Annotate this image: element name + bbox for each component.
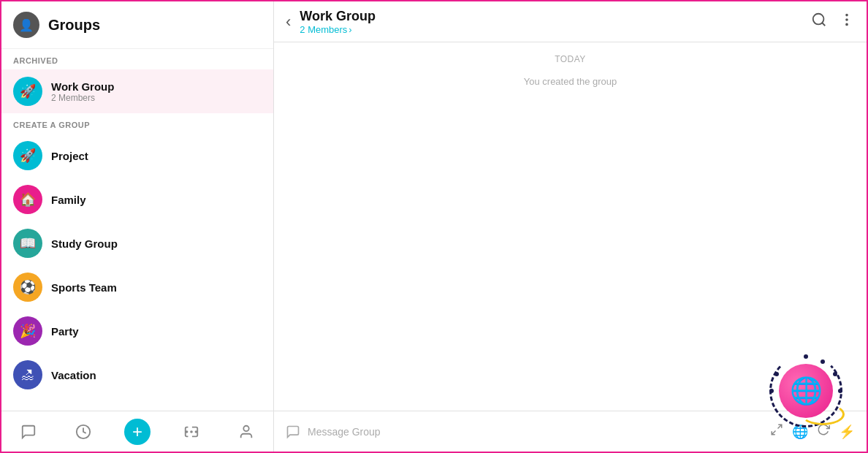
- svg-point-8: [846, 19, 848, 20]
- chat-header: ‹ Work Group 2 Members ›: [274, 1, 867, 42]
- group-avatar-study-group: 📖: [13, 229, 42, 258]
- svg-line-11: [772, 431, 775, 435]
- svg-line-10: [778, 425, 782, 428]
- sidebar: 👤 Groups ARCHIVED 🚀 Work Group 2 Members…: [1, 1, 274, 452]
- group-info-party: Party: [51, 325, 79, 338]
- group-item-sports-team[interactable]: ⚽ Sports Team: [1, 265, 273, 309]
- group-name-party: Party: [51, 325, 79, 338]
- sidebar-content: ARCHIVED 🚀 Work Group 2 Members CREATE A…: [1, 49, 273, 411]
- avatar: 👤: [13, 12, 39, 38]
- group-name-sports-team: Sports Team: [51, 281, 117, 294]
- group-item-work-group[interactable]: 🚀 Work Group 2 Members: [1, 69, 273, 113]
- menu-button[interactable]: [839, 12, 855, 31]
- chat-members-link[interactable]: 2 Members ›: [300, 24, 802, 35]
- sidebar-header: 👤 Groups: [1, 1, 273, 49]
- svg-point-7: [846, 15, 848, 16]
- message-icon: [286, 425, 300, 439]
- group-info-study-group: Study Group: [51, 237, 118, 250]
- chat-body: TODAY You created the group: [274, 42, 867, 411]
- header-actions: [811, 12, 855, 31]
- group-item-vacation[interactable]: 🏖 Vacation: [1, 353, 273, 397]
- svg-line-6: [822, 23, 825, 26]
- svg-point-3: [196, 431, 197, 433]
- clock-nav-icon[interactable]: [70, 419, 96, 445]
- group-item-family[interactable]: 🏠 Family: [1, 178, 273, 221]
- group-avatar-party: 🎉: [13, 316, 42, 346]
- group-info-project: Project: [51, 150, 88, 162]
- group-info-work-group: Work Group 2 Members: [51, 80, 114, 103]
- group-avatar-work-group: 🚀: [13, 77, 42, 106]
- chat-nav-icon[interactable]: [15, 419, 42, 445]
- archived-section-label: ARCHIVED: [1, 49, 273, 69]
- group-info-vacation: Vacation: [51, 369, 96, 381]
- chat-header-info: Work Group 2 Members ›: [300, 9, 802, 35]
- lightning-icon[interactable]: ⚡: [839, 424, 855, 440]
- group-info-sports-team: Sports Team: [51, 281, 117, 294]
- group-avatar-sports-team: ⚽: [13, 273, 42, 302]
- refresh-icon[interactable]: [817, 423, 830, 440]
- svg-point-5: [813, 14, 824, 25]
- bottom-nav: +: [1, 411, 273, 452]
- sidebar-title: Groups: [48, 17, 100, 34]
- svg-point-9: [846, 24, 848, 26]
- group-avatar-family: 🏠: [13, 185, 42, 214]
- group-sub-work-group: 2 Members: [51, 93, 114, 103]
- group-name-vacation: Vacation: [51, 369, 96, 381]
- plus-nav-icon[interactable]: +: [124, 419, 151, 445]
- expand-icon[interactable]: [770, 423, 783, 440]
- globe-icon[interactable]: 🌐: [792, 424, 808, 440]
- dots-nav-icon[interactable]: [178, 419, 205, 445]
- group-avatar-vacation: 🏖: [13, 360, 42, 389]
- search-button[interactable]: [811, 12, 827, 31]
- message-input[interactable]: [308, 426, 763, 438]
- system-message: You created the group: [286, 76, 855, 87]
- svg-point-2: [191, 431, 192, 433]
- message-input-bar: 🌐 ⚡: [274, 411, 867, 452]
- create-section-label: CREATE A GROUP: [1, 113, 273, 134]
- group-name-family: Family: [51, 194, 86, 206]
- bottom-right-icons: 🌐 ⚡: [770, 423, 855, 440]
- group-item-study-group[interactable]: 📖 Study Group: [1, 221, 273, 265]
- back-button[interactable]: ‹: [286, 12, 291, 31]
- svg-point-1: [186, 431, 188, 433]
- group-item-project[interactable]: 🚀 Project: [1, 134, 273, 178]
- date-label: TODAY: [286, 54, 855, 64]
- group-name-study-group: Study Group: [51, 237, 118, 250]
- group-item-party[interactable]: 🎉 Party: [1, 309, 273, 353]
- svg-point-4: [243, 425, 248, 430]
- group-name-project: Project: [51, 150, 88, 162]
- main-chat: ‹ Work Group 2 Members › TODAY You creat…: [274, 1, 867, 452]
- group-info-family: Family: [51, 194, 86, 206]
- group-name-work-group: Work Group: [51, 80, 114, 93]
- chat-title: Work Group: [300, 9, 802, 24]
- person-nav-icon[interactable]: [233, 419, 259, 445]
- group-avatar-project: 🚀: [13, 141, 42, 170]
